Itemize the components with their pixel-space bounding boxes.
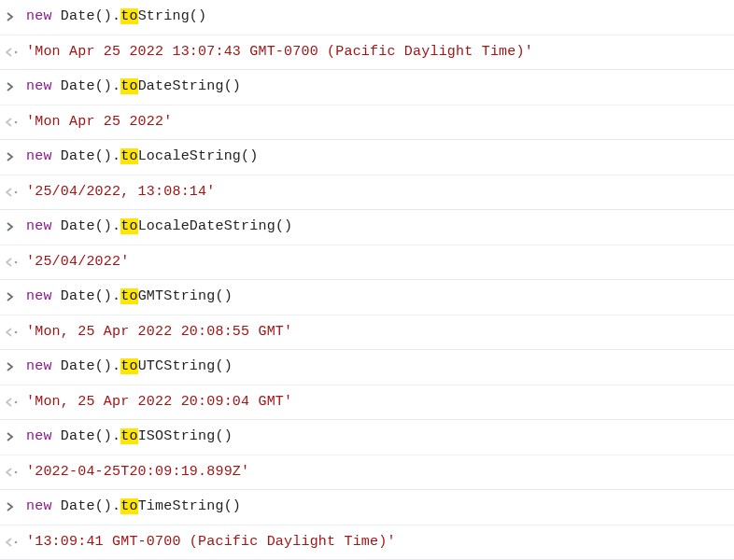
console-output-row: 'Mon Apr 25 2022 13:07:43 GMT-0700 (Paci… (0, 35, 734, 71)
svg-point-0 (15, 50, 18, 53)
keyword-new: new (26, 8, 52, 24)
highlight-to: to (120, 358, 137, 374)
svg-point-4 (15, 330, 18, 333)
console-output-value: '13:09:41 GMT-0700 (Pacific Daylight Tim… (26, 532, 725, 553)
output-chevron-icon (6, 258, 26, 267)
console-output-row: 'Mon, 25 Apr 2022 20:08:55 GMT' (0, 315, 734, 351)
method-rest: String (138, 8, 190, 24)
console-output-value: '25/04/2022, 13:08:14' (26, 182, 725, 203)
output-chevron-icon (6, 48, 26, 57)
output-chevron-icon (6, 398, 26, 407)
console-output-row: '25/04/2022, 13:08:14' (0, 175, 734, 211)
input-chevron-icon (6, 82, 26, 91)
input-chevron-icon (6, 502, 26, 511)
console-input-row[interactable]: new Date().toUTCString() (0, 350, 734, 385)
svg-point-5 (15, 400, 18, 403)
console-output-row: '13:09:41 GMT-0700 (Pacific Daylight Tim… (0, 525, 734, 561)
console-input-row[interactable]: new Date().toISOString() (0, 420, 734, 455)
input-chevron-icon (6, 12, 26, 21)
svg-point-2 (15, 190, 18, 193)
highlight-to: to (120, 218, 137, 234)
identifier-date: Date (61, 8, 95, 24)
output-chevron-icon (6, 328, 26, 337)
console-input-code: new Date().toDateString() (26, 77, 725, 98)
console-output-row: '2022-04-25T20:09:19.899Z' (0, 455, 734, 491)
console-output-value: 'Mon, 25 Apr 2022 20:08:55 GMT' (26, 322, 725, 343)
input-chevron-icon (6, 432, 26, 441)
console-output-value: '25/04/2022' (26, 252, 725, 273)
console-input-row[interactable]: new Date().toLocaleDateString() (0, 210, 734, 245)
input-chevron-icon (6, 152, 26, 161)
console-input-code: new Date().toLocaleString() (26, 147, 725, 168)
highlight-to: to (120, 78, 137, 94)
highlight-to: to (120, 148, 137, 164)
console-output-row: '25/04/2022' (0, 245, 734, 281)
output-chevron-icon (6, 538, 26, 547)
highlight-to: to (120, 498, 137, 514)
console-input-code: new Date().toUTCString() (26, 357, 725, 378)
console-output-row: 'Mon, 25 Apr 2022 20:09:04 GMT' (0, 385, 734, 421)
highlight-to: to (120, 8, 137, 24)
svg-point-1 (15, 120, 18, 123)
console-output-value: 'Mon Apr 25 2022 13:07:43 GMT-0700 (Paci… (26, 42, 725, 63)
input-chevron-icon (6, 362, 26, 371)
input-chevron-icon (6, 292, 26, 301)
console-output-value: 'Mon Apr 25 2022' (26, 112, 725, 133)
console-input-code: new Date().toISOString() (26, 427, 725, 448)
console-input-code: new Date().toGMTString() (26, 287, 725, 308)
console-input-code: new Date().toLocaleDateString() (26, 217, 725, 238)
console-input-code: new Date().toTimeString() (26, 497, 725, 518)
console-log: new Date().toString() 'Mon Apr 25 2022 1… (0, 0, 734, 560)
console-output-value: '2022-04-25T20:09:19.899Z' (26, 462, 725, 483)
output-chevron-icon (6, 468, 26, 477)
highlight-to: to (120, 428, 137, 444)
console-input-row[interactable]: new Date().toString() (0, 0, 734, 35)
console-input-row[interactable]: new Date().toTimeString() (0, 490, 734, 525)
svg-point-3 (15, 260, 18, 263)
svg-point-7 (15, 540, 18, 543)
console-output-value: 'Mon, 25 Apr 2022 20:09:04 GMT' (26, 392, 725, 413)
input-chevron-icon (6, 222, 26, 231)
output-chevron-icon (6, 118, 26, 127)
output-chevron-icon (6, 188, 26, 197)
console-input-row[interactable]: new Date().toDateString() (0, 70, 734, 105)
svg-point-6 (15, 470, 18, 473)
highlight-to: to (120, 288, 137, 304)
console-input-code: new Date().toString() (26, 7, 725, 28)
console-output-row: 'Mon Apr 25 2022' (0, 105, 734, 141)
console-input-row[interactable]: new Date().toLocaleString() (0, 140, 734, 175)
console-input-row[interactable]: new Date().toGMTString() (0, 280, 734, 315)
